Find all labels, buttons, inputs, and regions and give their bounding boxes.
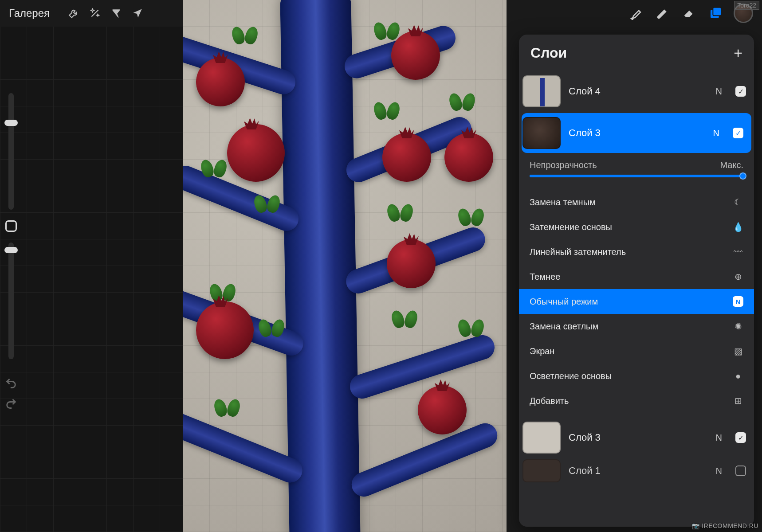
layer-thumbnail: [522, 459, 561, 482]
visibility-checkbox[interactable]: ✓: [735, 86, 746, 97]
moon-icon: ☾: [733, 197, 743, 207]
blend-mode-item[interactable]: Темнее⊕: [519, 264, 754, 289]
blend-letter[interactable]: N: [713, 128, 719, 138]
watermark-site: 📷 IRECOMMEND.RU: [692, 522, 758, 529]
opacity-value: Макс.: [720, 160, 743, 170]
background-grid: [0, 27, 183, 532]
gallery-button[interactable]: Галерея: [9, 7, 50, 20]
blend-mode-item[interactable]: Линейный затемнитель〰: [519, 239, 754, 264]
sun-icon: ✺: [733, 321, 743, 332]
pin-icon: ●: [733, 371, 743, 381]
layer-row-selected[interactable]: Слой 3 N ✓: [522, 113, 751, 153]
top-toolbar: Галерея: [0, 0, 762, 27]
modifier-button[interactable]: [5, 220, 17, 232]
hatch-icon: ▨: [733, 346, 743, 356]
layer-name: Слой 3: [569, 432, 708, 443]
layer-row[interactable]: Слой 1 N: [519, 458, 754, 484]
svg-rect-1: [713, 8, 721, 16]
flame-icon: 〰: [733, 246, 743, 257]
smudge-icon[interactable]: [649, 0, 676, 27]
visibility-checkbox[interactable]: ✓: [735, 432, 746, 443]
opacity-slider[interactable]: [8, 243, 14, 359]
plus-circle-icon: ⊕: [733, 271, 743, 282]
layer-thumbnail: [522, 422, 561, 454]
opacity-label: Непрозрачность: [530, 160, 597, 170]
blend-letter[interactable]: N: [716, 433, 722, 443]
layer-thumbnail: [522, 117, 561, 149]
layer-name: Слой 3: [569, 127, 705, 139]
blend-mode-item-selected[interactable]: Обычный режимN: [519, 289, 754, 314]
brush-size-slider[interactable]: [8, 93, 14, 210]
layer-thumbnail: [522, 75, 561, 107]
layer-name: Слой 4: [569, 86, 708, 97]
add-layer-button[interactable]: +: [734, 44, 742, 62]
droplet-icon: 💧: [733, 222, 743, 232]
wrench-icon[interactable]: [63, 3, 84, 24]
blend-mode-item[interactable]: Замена темным☾: [519, 190, 754, 215]
brush-icon[interactable]: [623, 0, 649, 27]
layers-icon[interactable]: [703, 0, 729, 27]
blend-mode-item[interactable]: Затемнение основы💧: [519, 215, 754, 239]
blend-mode-item[interactable]: Экран▨: [519, 339, 754, 364]
canvas[interactable]: [183, 0, 507, 532]
left-sliders: [0, 93, 22, 359]
visibility-checkbox[interactable]: [735, 466, 746, 476]
redo-icon[interactable]: [5, 397, 17, 410]
watermark-user: Toro22: [734, 1, 759, 10]
blend-mode-item[interactable]: Добавить⊞: [519, 388, 754, 413]
blend-letter[interactable]: N: [716, 86, 722, 97]
layer-name: Слой 1: [569, 465, 708, 477]
blend-mode-item[interactable]: Замена светлым✺: [519, 314, 754, 339]
visibility-checkbox[interactable]: ✓: [733, 128, 743, 138]
layers-panel: Слои + Слой 4 N ✓ Слой 3 N ✓ Непрозрачно…: [519, 35, 754, 527]
layers-title: Слои: [530, 45, 567, 61]
plus-square-icon: ⊞: [733, 395, 743, 406]
blend-mode-list: Замена темным☾ Затемнение основы💧 Линейн…: [519, 190, 754, 413]
layer-row[interactable]: Слой 3 N ✓: [519, 418, 754, 458]
selection-icon[interactable]: [106, 3, 127, 24]
opacity-block: Непрозрачность Макс.: [519, 155, 754, 181]
blend-mode-item[interactable]: Осветление основы●: [519, 364, 754, 388]
move-icon[interactable]: [127, 3, 148, 24]
layer-row[interactable]: Слой 4 N ✓: [519, 71, 754, 111]
eraser-icon[interactable]: [676, 0, 703, 27]
blend-letter[interactable]: N: [716, 466, 722, 476]
normal-badge-icon: N: [733, 296, 743, 307]
undo-icon[interactable]: [5, 377, 17, 389]
opacity-slider[interactable]: [530, 175, 743, 177]
magic-wand-icon[interactable]: [84, 3, 106, 24]
